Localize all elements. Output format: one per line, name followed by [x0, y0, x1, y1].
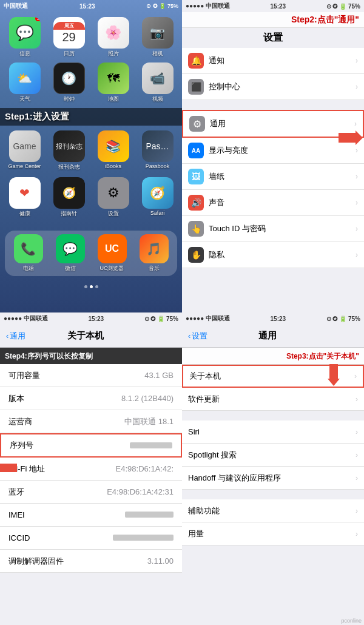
watermark: pconline: [341, 618, 362, 624]
about-carrier: 运营商 中国联通 18.1: [0, 410, 182, 433]
step4-label: Step4:序列号可以长按复制: [5, 352, 93, 360]
app-news[interactable]: 报刊杂志 报刊杂志: [49, 130, 89, 171]
about-wifi: Wi-Fi 地址 E4:98:D6:1A:42:: [0, 458, 182, 481]
top-row: 中国联通 15:23 ⊙ ✪ 🔋 75% 💬 2 信息 周五 29: [0, 0, 364, 312]
step1-label: Step1:进入设置: [5, 111, 69, 121]
about-screen: ●●●●● 中国联通 15:23 ⊙ ✪ 🔋 75% ‹ 通用 关于本机 Ste…: [0, 312, 182, 625]
about-serial[interactable]: 序列号: [0, 433, 182, 458]
app-messages[interactable]: 💬 2 信息: [5, 17, 44, 58]
settings-list: 🔔 通知 › ⬛ 控制中心 ›: [182, 48, 364, 100]
about-list: 可用容量 43.1 GB 版本 8.1.2 (12B440) 运营商 中国联通 …: [0, 364, 182, 573]
section-gap-br2: [182, 490, 364, 499]
status-bar-bl: ●●●●● 中国联通 15:23 ⊙ ✪ 🔋 75%: [0, 312, 182, 325]
app-video[interactable]: 📹 视频: [138, 62, 177, 103]
about-nav: ‹ 通用 关于本机: [0, 325, 182, 348]
dock-phone[interactable]: 📞 电话: [8, 234, 48, 272]
about-modem: 调制解调器固件 3.11.00: [0, 550, 182, 573]
status-bar-left: 中国联通 15:23 ⊙ ✪ 🔋 75%: [0, 0, 182, 12]
general-spotlight[interactable]: Spotlight 搜索 ›: [182, 444, 364, 467]
about-title: 关于本机: [25, 330, 146, 342]
about-iccid: ICCID: [0, 527, 182, 550]
app-camera[interactable]: 📷 相机: [138, 17, 177, 58]
general-list-3: 辅助功能 › 用量 ›: [182, 499, 364, 546]
app-maps[interactable]: 🗺 地图: [93, 62, 133, 103]
general-software-update[interactable]: 软件更新 ›: [182, 388, 364, 411]
status-bar-br: ●●●●● 中国联通 15:23 ⊙ ✪ 🔋 75%: [182, 312, 364, 325]
app-weather[interactable]: ⛅ 天气: [5, 62, 44, 103]
about-version: 版本 8.1.2 (12B440): [0, 387, 182, 410]
settings-display[interactable]: AA 显示与亮度 ›: [182, 138, 364, 164]
settings-sound[interactable]: 🔊 声音 ›: [182, 190, 364, 216]
touchid-icon: 👆: [188, 221, 204, 237]
status-bar-right: ●●●●● 中国联通 15:23 ⊙ ✪ 🔋 75%: [182, 0, 364, 12]
app-photos[interactable]: 🌸 照片: [93, 17, 133, 58]
battery-left: ⊙ ✪ 🔋 75%: [146, 3, 178, 9]
general-settings-screen: ●●●●● 中国联通 15:23 ⊙ ✪ 🔋 75% ‹ 设置 通用 Step3…: [182, 312, 364, 625]
red-arrow-left: [0, 462, 17, 476]
control-icon: ⬛: [188, 79, 204, 95]
app-safari[interactable]: 🧭 Safari: [138, 177, 177, 218]
settings-general[interactable]: ⚙ 通用 ›: [182, 110, 364, 138]
general-list-2: Siri › Spotlight 搜索 › Handoff 与建议的应用程序 ›: [182, 421, 364, 490]
general-siri[interactable]: Siri ›: [182, 421, 364, 444]
display-icon: AA: [188, 143, 204, 158]
general-icon: ⚙: [189, 116, 205, 132]
about-bluetooth: 蓝牙 E4:98:D6:1A:42:31: [0, 481, 182, 504]
privacy-icon: ✋: [188, 247, 204, 263]
svg-marker-2: [328, 364, 340, 386]
general-title: 通用: [207, 330, 328, 342]
step2-banner: Step2:点击"通用": [182, 12, 364, 28]
general-usage[interactable]: 用量 ›: [182, 522, 364, 546]
dock-uc[interactable]: UC UC浏览器: [92, 234, 132, 272]
app-grid-row3: Game Game Center 报刊杂志 报刊杂志 📚 iBooks: [0, 128, 182, 174]
settings-privacy[interactable]: ✋ 隐私 ›: [182, 242, 364, 268]
settings-wallpaper[interactable]: 🖼 墙纸 ›: [182, 164, 364, 190]
app-compass[interactable]: 🧭 指南针: [49, 177, 89, 218]
page-dot-1: [84, 285, 87, 288]
step4-header: Step4:序列号可以长按复制: [0, 348, 182, 364]
back-to-general[interactable]: ‹ 通用: [6, 331, 25, 342]
about-capacity: 可用容量 43.1 GB: [0, 364, 182, 387]
svg-marker-1: [0, 462, 17, 474]
time-left: 15:23: [79, 3, 95, 10]
general-accessibility[interactable]: 辅助功能 ›: [182, 499, 364, 522]
app-grid-row2: ⛅ 天气 🕐 时钟 🗺 地图: [0, 60, 182, 106]
app-gamecenter[interactable]: Game Game Center: [5, 130, 44, 171]
wallpaper-icon: 🖼: [188, 169, 204, 184]
app-grid-row1: 💬 2 信息 周五 29 日历 🌸 照片: [0, 15, 182, 60]
general-handoff[interactable]: Handoff 与建议的应用程序 ›: [182, 467, 364, 490]
about-imei: IMEI: [0, 504, 182, 527]
app-health[interactable]: ❤ 健康: [5, 177, 44, 218]
settings-control[interactable]: ⬛ 控制中心 ›: [182, 74, 364, 100]
step2-label: Step2:点击"通用": [291, 15, 359, 24]
time-right: 15:23: [271, 3, 286, 10]
red-arrow-right: [339, 130, 363, 147]
bottom-row: ●●●●● 中国联通 15:23 ⊙ ✪ 🔋 75% ‹ 通用 关于本机 Ste…: [0, 312, 364, 625]
settings-title: 设置: [182, 28, 364, 48]
dock-music[interactable]: 🎵 音乐: [134, 234, 174, 272]
section-gap-1: [182, 100, 364, 110]
settings-notif[interactable]: 🔔 通知 ›: [182, 48, 364, 74]
section-gap-br: [182, 411, 364, 421]
step3-label: Step3:点击"关于本机": [286, 352, 359, 360]
settings-screen: ●●●●● 中国联通 15:23 ⊙ ✪ 🔋 75% Step2:点击"通用" …: [182, 0, 364, 312]
red-arrow-down: [328, 364, 340, 388]
app-calendar[interactable]: 周五 29 日历: [49, 17, 89, 58]
dock: 📞 电话 💬 微信 UC UC浏览器 🎵: [5, 231, 177, 276]
page-dot-3: [95, 285, 98, 288]
app-ibooks[interactable]: 📚 iBooks: [93, 130, 133, 171]
app-passbook[interactable]: Pas… Passbook: [138, 130, 177, 171]
settings-touchid[interactable]: 👆 Touch ID 与密码 ›: [182, 216, 364, 242]
page-dots: [0, 285, 182, 288]
page-dot-2: [90, 285, 93, 288]
app-clock[interactable]: 🕐 时钟: [49, 62, 89, 103]
app-settings-icon[interactable]: ⚙ 设置: [93, 177, 133, 218]
ios-home-screen: 中国联通 15:23 ⊙ ✪ 🔋 75% 💬 2 信息 周五 29: [0, 0, 182, 312]
app-grid-row4: ❤ 健康 🧭 指南针 ⚙ 设置: [0, 175, 182, 220]
carrier-left: 中国联通: [4, 2, 28, 10]
step1-overlay: Step1:进入设置: [0, 108, 182, 126]
sound-icon: 🔊: [188, 195, 204, 211]
back-to-settings[interactable]: ‹ 设置: [188, 331, 207, 342]
step3-header: Step3:点击"关于本机": [182, 348, 364, 365]
dock-wechat[interactable]: 💬 微信: [50, 234, 90, 272]
